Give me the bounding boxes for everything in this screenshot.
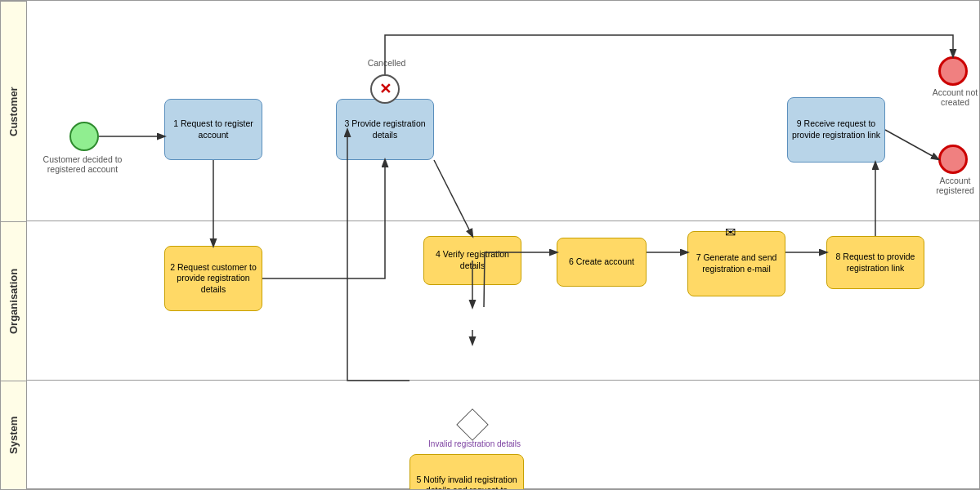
start-event [69, 122, 99, 151]
box-8: 8 Request to provide registration link [826, 236, 924, 289]
cancel-event: ✕ [370, 74, 400, 104]
box-4: 4 Verify registration details [423, 236, 521, 285]
invalid-label: Invalid registration details [427, 439, 521, 448]
gateway-invalid [456, 408, 489, 441]
customer-lane: Customer decided to registered account 1… [27, 1, 979, 221]
lanes-area: Customer decided to registered account 1… [27, 1, 979, 489]
organisation-label: Organisation [1, 221, 26, 381]
envelope-icon: ✉ [725, 225, 736, 240]
box-3: 3 Provide registration details [336, 99, 434, 160]
system-lane: Invalid registration details 5 Notify in… [27, 381, 979, 489]
customer-label: Customer [1, 1, 26, 221]
box-2: 2 Request customer to provide registrati… [164, 246, 262, 311]
organisation-lane: 2 Request customer to provide registrati… [27, 221, 979, 381]
box-7: 7 Generate and send registration e-mail [687, 231, 785, 296]
cancel-label: Cancelled [358, 58, 415, 68]
box-9: 9 Receive request to provide registratio… [787, 97, 885, 163]
box-1: 1 Request to register account [164, 99, 262, 160]
end-registered-label: Account registered [924, 176, 980, 195]
box-5: 5 Notify invalid registration details an… [409, 454, 524, 490]
diagram-container: Customer Organisation System Customer de… [0, 0, 980, 490]
end-not-created-label: Account not created [924, 87, 980, 107]
system-label: System [1, 381, 26, 489]
lane-labels: Customer Organisation System [1, 1, 27, 489]
end-registered [938, 145, 968, 174]
main-area: Customer decided to registered account 1… [27, 1, 979, 489]
box-6: 6 Create account [557, 238, 647, 287]
end-not-created [938, 56, 968, 86]
start-event-label: Customer decided to registered account [42, 154, 123, 174]
